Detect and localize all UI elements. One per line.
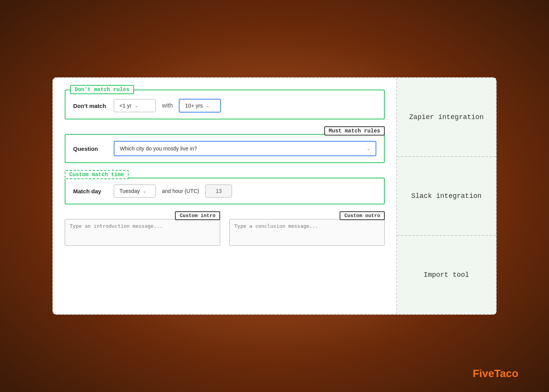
custom-time-label: Custom match time [65, 170, 129, 179]
experience-select-2-value: 10+ yrs [185, 103, 203, 109]
brand-five: Five [473, 368, 494, 379]
fivetaco-brand: FiveTaco [473, 368, 518, 380]
dont-match-section-label: Don't match rules [70, 85, 134, 94]
must-match-wrapper: Must match rules Question Which city do … [65, 132, 385, 163]
outro-textarea[interactable] [229, 219, 385, 246]
dont-match-row: Don't match <1 yr ⌄ with 10+ yrs ⌄ [73, 99, 376, 113]
intro-outro-row: Custom intro Custom outro [65, 217, 385, 247]
hour-input[interactable] [205, 185, 232, 198]
zapier-integration-item[interactable]: Zapier integration [397, 78, 496, 157]
question-select-value: Which city do you mostly live in? [120, 145, 197, 152]
import-tool-label: Import tool [424, 271, 469, 279]
chevron-down-icon-3: ⌄ [367, 146, 370, 151]
outro-label: Custom outro [340, 211, 385, 220]
matchday-row: Match day Tuesday ⌄ and hour (UTC) [73, 185, 376, 198]
outro-block: Custom outro [229, 217, 385, 247]
intro-label: Custom intro [175, 211, 220, 220]
intro-textarea[interactable] [65, 219, 220, 246]
day-select[interactable]: Tuesday ⌄ [114, 185, 156, 198]
intro-block: Custom intro [65, 217, 220, 247]
main-card: Don't match rules Don't match <1 yr ⌄ wi… [52, 77, 497, 315]
matchday-label: Match day [73, 188, 108, 194]
and-hour-text: and hour (UTC) [162, 188, 199, 194]
import-tool-item[interactable]: Import tool [397, 236, 496, 314]
zapier-integration-label: Zapier integration [409, 113, 484, 121]
right-panel: Zapier integration Slack integration Imp… [396, 78, 496, 314]
custom-time-section: Match day Tuesday ⌄ and hour (UTC) [65, 178, 385, 204]
experience-select-1[interactable]: <1 yr ⌄ [114, 99, 156, 112]
experience-select-2[interactable]: 10+ yrs ⌄ [179, 99, 221, 113]
dont-match-section: Don't match rules Don't match <1 yr ⌄ wi… [65, 90, 385, 119]
dont-match-label: Don't match [73, 103, 108, 109]
slack-integration-item[interactable]: Slack integration [397, 157, 496, 236]
custom-time-section-wrapper: Custom match time Match day Tuesday ⌄ an… [65, 175, 385, 204]
slack-integration-label: Slack integration [411, 192, 482, 200]
left-panel: Don't match rules Don't match <1 yr ⌄ wi… [53, 78, 396, 314]
day-select-value: Tuesday [119, 188, 140, 194]
question-row: Question Which city do you mostly live i… [73, 141, 376, 156]
question-label: Question [73, 145, 108, 152]
must-match-section: Question Which city do you mostly live i… [65, 134, 385, 163]
experience-select-1-value: <1 yr [119, 103, 132, 109]
chevron-down-icon-2: ⌄ [206, 103, 209, 108]
with-text: with [162, 102, 173, 109]
question-select[interactable]: Which city do you mostly live in? ⌄ [114, 141, 376, 156]
chevron-down-icon-4: ⌄ [143, 189, 146, 194]
chevron-down-icon-1: ⌄ [135, 103, 138, 108]
brand-taco: Taco [494, 368, 518, 379]
must-match-section-label: Must match rules [324, 126, 385, 136]
